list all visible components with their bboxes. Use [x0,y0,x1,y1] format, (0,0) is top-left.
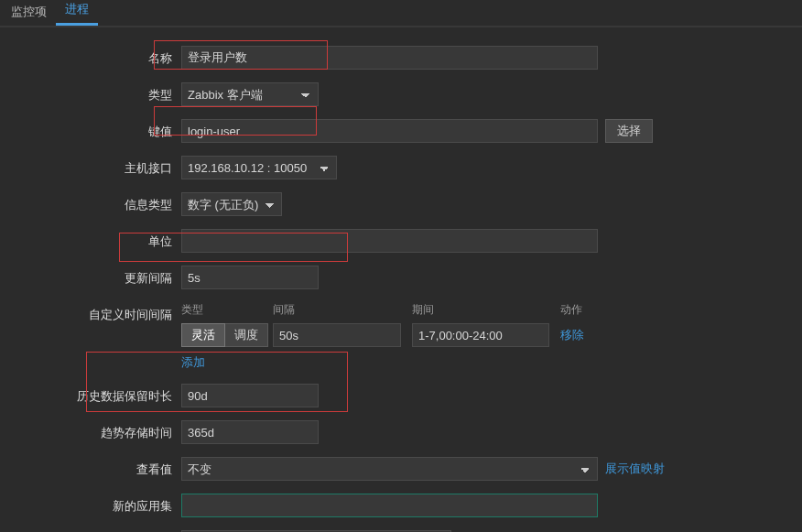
ih-action: 动作 [560,302,597,318]
custom-interval-block: 类型 间隔 期间 动作 灵活 调度 [181,302,598,371]
host-iface-select[interactable]: 192.168.10.12 : 10050 [181,156,337,179]
add-interval-link[interactable]: 添加 [181,355,205,369]
ih-interval: 间隔 [273,302,412,318]
unit-input[interactable] [181,229,598,253]
label-info-type: 信息类型 [9,192,181,213]
label-trend-keep: 趋势存储时间 [9,420,181,441]
schedule-button[interactable]: 调度 [225,323,268,347]
flex-button[interactable]: 灵活 [181,323,225,347]
show-value-map-link[interactable]: 展示值映射 [605,461,665,477]
label-unit: 单位 [9,229,181,250]
form: 名称 类型 Zabbix 客户端 键值 选择 主机接口 192.168.10.1… [0,27,802,532]
trend-keep-input[interactable] [181,420,319,444]
ih-type: 类型 [181,302,273,318]
new-app-input[interactable] [181,494,598,517]
label-key: 键值 [9,119,181,140]
type-select[interactable]: Zabbix 客户端 [181,82,319,106]
tab-process[interactable]: 进程 [56,0,98,26]
history-keep-input[interactable] [181,384,319,407]
label-host-iface: 主机接口 [9,156,181,177]
info-type-select[interactable]: 数字 (无正负) [181,192,282,216]
view-value-select[interactable]: 不变 [181,457,598,481]
label-new-app: 新的应用集 [9,494,181,515]
name-input[interactable] [181,46,598,70]
key-input[interactable] [181,119,598,143]
label-hist-keep: 历史数据保留时长 [9,384,181,405]
interval-type-group: 灵活 调度 [181,323,268,347]
tab-monitor[interactable]: 监控项 [2,0,56,26]
period-input[interactable] [412,323,549,347]
label-update-int: 更新间隔 [9,266,181,287]
interval-input[interactable] [273,323,401,347]
label-view-value: 查看值 [9,457,181,478]
select-button[interactable]: 选择 [605,119,653,143]
remove-link[interactable]: 移除 [560,328,584,342]
label-custom-int: 自定义时间间隔 [9,302,181,323]
label-type: 类型 [9,82,181,103]
ih-period: 期间 [412,302,560,318]
update-interval-input[interactable] [181,266,319,289]
tabs: 监控项 进程 [0,0,802,27]
label-name: 名称 [9,46,181,67]
